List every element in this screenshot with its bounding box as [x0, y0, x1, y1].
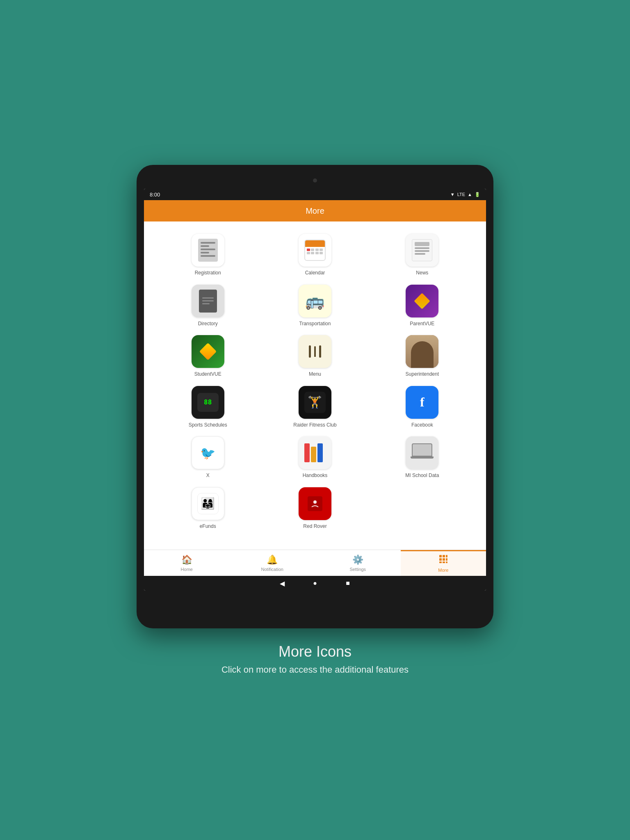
registration-icon	[198, 239, 218, 262]
studentvue-icon-wrapper	[192, 335, 224, 368]
sports-icon: 88	[197, 393, 219, 412]
signal-icon: ▲	[468, 192, 472, 197]
android-home-button[interactable]: ●	[311, 579, 319, 587]
menu-label: Menu	[309, 371, 321, 378]
status-icons: ▼ LTE ▲ 🔋	[450, 192, 480, 197]
svg-rect-1	[439, 555, 442, 557]
transportation-icon-wrapper: 🚌	[299, 285, 331, 317]
svg-rect-6	[446, 558, 447, 561]
redrover-label: Red Rover	[303, 523, 326, 530]
app-icon-transportation[interactable]: 🚌 Transportation	[263, 285, 366, 327]
app-icon-studentvue[interactable]: StudentVUE	[156, 335, 259, 378]
app-icon-twitter[interactable]: 🐦 X	[156, 436, 259, 479]
bottom-navigation: 🏠 Home 🔔 Notification ⚙️ Settings	[144, 550, 486, 576]
app-icon-efunds[interactable]: 👨‍👩‍👧 eFunds	[156, 487, 259, 530]
header-title: More	[306, 206, 324, 216]
redrover-icon-wrapper	[299, 487, 331, 520]
efunds-icon: 👨‍👩‍👧	[197, 493, 219, 514]
handbooks-label: Handbooks	[303, 472, 328, 479]
android-back-button[interactable]: ◀	[278, 579, 286, 587]
twitter-icon-wrapper: 🐦	[192, 436, 224, 469]
news-icon-wrapper	[406, 234, 438, 267]
fitness-icon: 🏋️	[304, 392, 326, 413]
app-icon-news[interactable]: News	[371, 234, 474, 276]
app-icon-menu[interactable]: Menu	[263, 335, 366, 378]
handbooks-icon	[304, 443, 326, 462]
nav-item-settings[interactable]: ⚙️ Settings	[315, 550, 401, 576]
more-label: More	[438, 568, 448, 573]
notification-icon: 🔔	[267, 555, 278, 565]
svg-rect-7	[439, 562, 442, 563]
studentvue-icon	[197, 341, 219, 362]
app-icon-mischool[interactable]: MI School Data	[371, 436, 474, 479]
twitter-icon: 🐦	[197, 442, 219, 463]
news-icon	[412, 239, 432, 261]
registration-label: Registration	[195, 270, 221, 276]
menu-icon-wrapper	[299, 335, 331, 368]
front-camera	[313, 178, 317, 183]
home-icon: 🏠	[181, 555, 192, 565]
svg-rect-4	[439, 558, 442, 561]
app-icon-parentvue[interactable]: ParentVUE	[371, 285, 474, 327]
svg-rect-9	[446, 562, 447, 563]
redrover-svg	[310, 499, 320, 509]
tablet-bottom-bar	[144, 591, 486, 603]
efunds-icon-wrapper: 👨‍👩‍👧	[192, 487, 224, 520]
more-icon	[439, 555, 448, 566]
transportation-icon: 🚌	[305, 292, 324, 310]
wifi-icon: ▼	[450, 192, 455, 197]
mischool-label: MI School Data	[405, 472, 439, 479]
settings-icon: ⚙️	[352, 555, 363, 565]
menu-icon	[304, 341, 326, 362]
app-icon-registration[interactable]: Registration	[156, 234, 259, 276]
mischool-icon-wrapper	[406, 436, 438, 469]
app-icon-sports[interactable]: 88 Sports Schedules	[156, 386, 259, 429]
directory-label: Directory	[198, 321, 218, 327]
app-icon-calendar[interactable]: Calendar	[263, 234, 366, 276]
status-time: 8:00	[150, 192, 160, 198]
tablet-device: 8:00 ▼ LTE ▲ 🔋 More	[137, 165, 493, 675]
facebook-label: Facebook	[411, 422, 433, 429]
app-icon-facebook[interactable]: f Facebook	[371, 386, 474, 429]
parentvue-label: ParentVUE	[410, 321, 434, 327]
android-recents-button[interactable]: ■	[344, 579, 352, 587]
app-header: More	[144, 200, 486, 221]
fitness-label: Raider Fitness Club	[293, 422, 336, 429]
sports-label: Sports Schedules	[189, 422, 227, 429]
superintendent-label: Superintendent	[406, 371, 439, 378]
superintendent-icon-wrapper	[406, 335, 438, 368]
content-area: Registration	[144, 221, 486, 550]
directory-icon	[199, 290, 217, 313]
studentvue-label: StudentVUE	[194, 371, 221, 378]
svg-rect-3	[446, 555, 447, 557]
facebook-icon-wrapper: f	[406, 386, 438, 419]
nav-item-more[interactable]: More	[401, 550, 486, 576]
registration-icon-wrapper	[192, 234, 224, 267]
calendar-label: Calendar	[305, 270, 325, 276]
icons-grid: Registration	[156, 230, 474, 534]
android-navigation: ◀ ● ■	[144, 576, 486, 591]
svg-rect-5	[443, 558, 445, 561]
facebook-icon: f	[411, 392, 433, 413]
superintendent-icon	[406, 335, 438, 368]
status-bar: 8:00 ▼ LTE ▲ 🔋	[144, 189, 486, 200]
app-icon-directory[interactable]: Directory	[156, 285, 259, 327]
transportation-label: Transportation	[299, 321, 331, 327]
app-icon-handbooks[interactable]: Handbooks	[263, 436, 366, 479]
directory-icon-wrapper	[192, 285, 224, 317]
bottom-subtext: Click on more to access the additional f…	[137, 664, 493, 675]
news-label: News	[416, 270, 428, 276]
nav-item-notification[interactable]: 🔔 Notification	[230, 550, 315, 576]
sports-icon-wrapper: 88	[192, 386, 224, 419]
bottom-heading: More Icons	[137, 643, 493, 660]
nav-item-home[interactable]: 🏠 Home	[144, 550, 230, 576]
handbooks-icon-wrapper	[299, 436, 331, 469]
svg-rect-8	[443, 562, 445, 563]
app-icon-superintendent[interactable]: Superintendent	[371, 335, 474, 378]
app-icon-fitness[interactable]: 🏋️ Raider Fitness Club	[263, 386, 366, 429]
bottom-text-section: More Icons Click on more to access the a…	[137, 643, 493, 675]
app-icon-redrover[interactable]: Red Rover	[263, 487, 366, 530]
parentvue-icon	[411, 290, 433, 312]
battery-icon: 🔋	[475, 192, 480, 197]
redrover-icon	[304, 493, 326, 514]
